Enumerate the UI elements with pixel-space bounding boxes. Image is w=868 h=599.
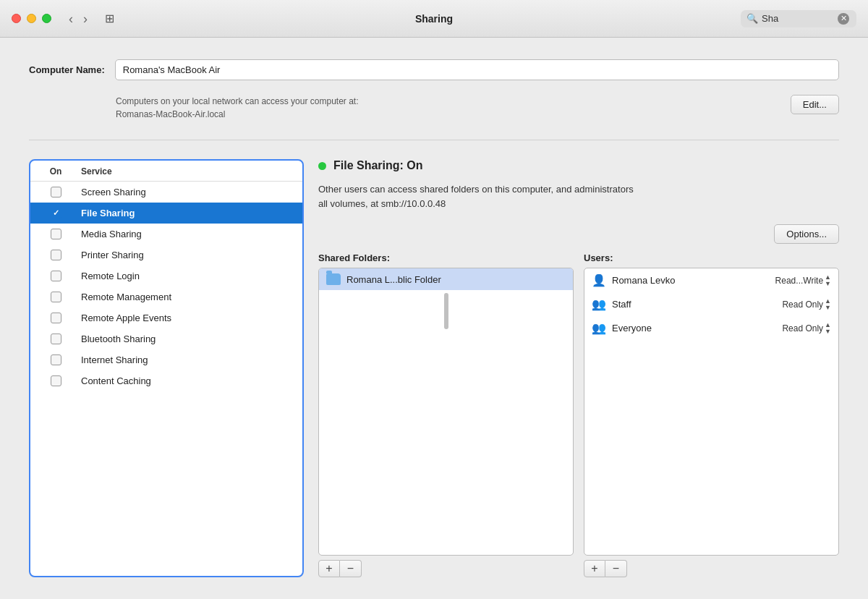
user-staff-name: Staff	[612, 299, 631, 310]
users-add-remove-bar: + −	[584, 560, 839, 577]
service-item-content-caching[interactable]: Content Caching	[30, 370, 302, 391]
user-everyone-name: Everyone	[612, 323, 652, 334]
remote-apple-events-label: Remote Apple Events	[81, 313, 171, 323]
folder-name: Romana L...blic Folder	[346, 274, 441, 285]
users-list[interactable]: 👤 Romana Levko Read...Write ▲ ▼	[584, 268, 839, 556]
remote-apple-events-checkbox-area	[30, 313, 81, 323]
service-item-file-sharing[interactable]: File Sharing	[30, 203, 302, 224]
internet-sharing-checkbox[interactable]	[51, 354, 61, 365]
content-caching-checkbox[interactable]	[51, 375, 61, 386]
user-staff-stepper[interactable]: ▲ ▼	[825, 298, 831, 311]
printer-sharing-checkbox[interactable]	[51, 250, 61, 260]
media-sharing-checkbox-area	[30, 229, 81, 239]
service-item-remote-login[interactable]: Remote Login	[30, 265, 302, 286]
screen-sharing-label: Screen Sharing	[81, 187, 146, 197]
service-item-media-sharing[interactable]: Media Sharing	[30, 224, 302, 245]
services-list: Screen Sharing File Sharing Media Sharin…	[30, 182, 302, 576]
sharing-description: Other users can access shared folders on…	[318, 182, 839, 211]
media-sharing-label: Media Sharing	[81, 229, 142, 239]
remote-login-label: Remote Login	[81, 271, 140, 281]
main-content: Computer Name: Computers on your local n…	[0, 38, 868, 599]
file-sharing-label: File Sharing	[81, 208, 135, 218]
user-item-staff[interactable]: 👥 Staff Read Only ▲ ▼	[584, 292, 838, 316]
remote-apple-events-checkbox[interactable]	[51, 313, 61, 323]
edit-button[interactable]: Edit...	[791, 95, 839, 114]
services-header: On Service	[30, 161, 302, 182]
bottom-section: On Service Screen Sharing File Sharing	[29, 159, 839, 577]
folders-column: Shared Folders: Romana L...blic Folder +…	[318, 252, 574, 577]
traffic-lights	[12, 14, 51, 23]
service-item-remote-apple-events[interactable]: Remote Apple Events	[30, 307, 302, 328]
remote-management-checkbox-area	[30, 292, 81, 302]
divider	[29, 140, 839, 140]
services-header-service: Service	[81, 166, 112, 177]
nav-buttons: ‹ ›	[66, 11, 90, 27]
user-item-romana[interactable]: 👤 Romana Levko Read...Write ▲ ▼	[584, 268, 838, 292]
remote-management-checkbox[interactable]	[51, 292, 61, 302]
computer-name-row: Computer Name:	[29, 59, 839, 80]
options-row: Options...	[318, 224, 839, 244]
right-panel: File Sharing: On Other users can access …	[318, 159, 839, 577]
file-sharing-checkbox[interactable]	[51, 208, 61, 218]
close-button[interactable]	[12, 14, 21, 23]
users-label: Users:	[584, 252, 839, 263]
folders-add-remove-bar: + −	[318, 560, 574, 577]
search-bar: 🔍 ✕	[741, 10, 856, 27]
internet-sharing-checkbox-area	[30, 354, 81, 365]
back-button[interactable]: ‹	[66, 11, 76, 27]
service-item-bluetooth-sharing[interactable]: Bluetooth Sharing	[30, 328, 302, 349]
minimize-button[interactable]	[27, 14, 36, 23]
add-folder-button[interactable]: +	[318, 560, 340, 577]
status-indicator	[318, 162, 326, 170]
bluetooth-sharing-checkbox[interactable]	[51, 334, 61, 344]
user-everyone-icon: 👥	[592, 321, 606, 335]
folder-item[interactable]: Romana L...blic Folder	[319, 268, 573, 290]
user-romana-name: Romana Levko	[612, 275, 675, 286]
search-icon: 🔍	[746, 13, 758, 24]
remove-folder-button[interactable]: −	[340, 560, 362, 577]
shared-folders-label: Shared Folders:	[318, 252, 574, 263]
folder-icon	[326, 273, 341, 285]
service-item-printer-sharing[interactable]: Printer Sharing	[30, 245, 302, 265]
computer-name-input[interactable]	[115, 59, 839, 80]
user-everyone-stepper[interactable]: ▲ ▼	[825, 322, 831, 335]
user-romana-icon: 👤	[592, 273, 606, 287]
user-staff-info: 👥 Staff	[592, 297, 631, 311]
content-caching-label: Content Caching	[81, 375, 151, 386]
sharing-status-label: File Sharing: On	[333, 159, 423, 172]
service-item-remote-management[interactable]: Remote Management	[30, 286, 302, 307]
user-item-everyone[interactable]: 👥 Everyone Read Only ▲ ▼	[584, 316, 838, 340]
window-title: Sharing	[415, 13, 453, 25]
add-user-button[interactable]: +	[584, 560, 605, 577]
maximize-button[interactable]	[42, 14, 51, 23]
search-input[interactable]	[762, 13, 834, 24]
user-everyone-permission: Read Only ▲ ▼	[782, 322, 831, 335]
scroll-indicator	[319, 290, 573, 332]
remote-login-checkbox-area	[30, 271, 81, 281]
service-item-internet-sharing[interactable]: Internet Sharing	[30, 349, 302, 370]
remove-user-button[interactable]: −	[605, 560, 627, 577]
computer-name-label: Computer Name:	[29, 64, 105, 75]
network-info-row: Computers on your local network can acce…	[29, 95, 839, 121]
user-staff-permission: Read Only ▲ ▼	[782, 298, 831, 311]
internet-sharing-label: Internet Sharing	[81, 354, 148, 365]
forward-button[interactable]: ›	[80, 11, 90, 27]
options-button[interactable]: Options...	[774, 224, 839, 244]
user-romana-info: 👤 Romana Levko	[592, 273, 675, 287]
remote-management-label: Remote Management	[81, 292, 171, 302]
grid-icon: ⊞	[105, 12, 114, 25]
screen-sharing-checkbox-area	[30, 187, 81, 197]
user-romana-permission: Read...Write ▲ ▼	[775, 274, 831, 287]
user-romana-stepper[interactable]: ▲ ▼	[825, 274, 831, 287]
shared-folders-list[interactable]: Romana L...blic Folder	[318, 268, 574, 556]
remote-login-checkbox[interactable]	[51, 271, 61, 281]
screen-sharing-checkbox[interactable]	[51, 187, 61, 197]
media-sharing-checkbox[interactable]	[51, 229, 61, 239]
search-clear-button[interactable]: ✕	[838, 13, 849, 25]
bluetooth-sharing-label: Bluetooth Sharing	[81, 334, 156, 344]
content-caching-checkbox-area	[30, 375, 81, 386]
service-item-screen-sharing[interactable]: Screen Sharing	[30, 182, 302, 203]
services-header-on: On	[30, 166, 81, 177]
network-info-text: Computers on your local network can acce…	[116, 95, 780, 121]
folders-users-section: Shared Folders: Romana L...blic Folder +…	[318, 252, 839, 577]
